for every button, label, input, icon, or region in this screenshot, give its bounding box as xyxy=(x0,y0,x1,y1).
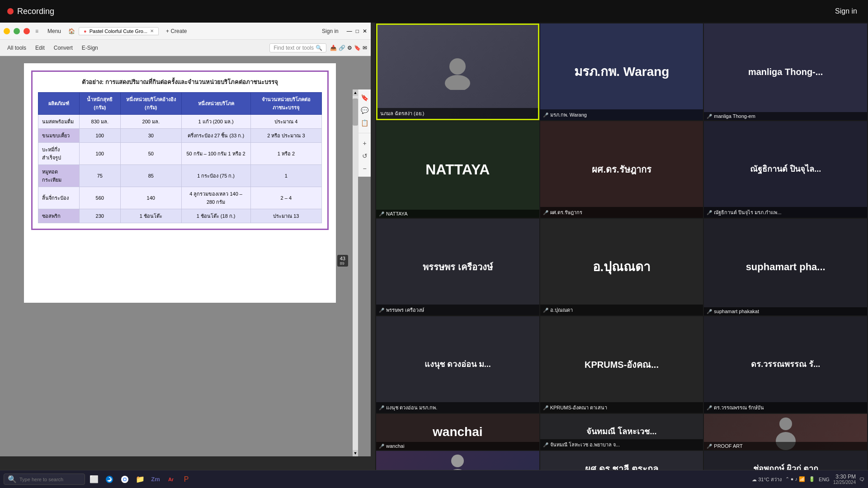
participant-name-bar-phanraporn: 🎤 พรรษพร เครือวงษ์ xyxy=(376,305,539,315)
mic-icon-wanchai: 🎤 xyxy=(379,444,384,449)
language[interactable]: ENG xyxy=(819,477,830,482)
participant-card-wannaphan[interactable]: ดร.วรรณพรรณ รั... 🎤 ดร.วรรณพรรณ รักษ์บัน xyxy=(704,316,867,413)
notification-icon[interactable]: 🗨 xyxy=(859,477,864,482)
participant-name-bar-suphamart: 🎤 suphamart phakakat xyxy=(704,307,867,315)
participant-avatar-wannaphan: ดร.วรรณพรรณ รั... xyxy=(751,360,820,370)
participant-card-wanchai[interactable]: wanchai 🎤 wanchai xyxy=(376,414,539,450)
table-cell: 1 แก้ว (200 มล.) xyxy=(181,115,250,129)
find-text-box[interactable]: Find text or tools 🔍 xyxy=(269,43,326,52)
scroll-up-button[interactable]: ▲ xyxy=(353,89,358,96)
participant-name-wannaphan: ดร.วรรณพรรณ รักษ์บัน xyxy=(714,404,764,412)
page-number: 43 xyxy=(340,256,345,261)
close-button[interactable] xyxy=(24,28,30,34)
clock-time: 3:30 PM xyxy=(833,474,856,480)
participant-avatar-suphamart: suphamart pha... xyxy=(746,261,826,273)
table-cell: 1 xyxy=(250,165,321,187)
participant-name-nganuch: แงนุช ดวงอ่อน มรภ.กพ. xyxy=(386,404,437,412)
scroll-bar[interactable]: ▲ ▼ xyxy=(353,89,358,456)
nutrition-table: ผลิตภัณฑ์น้ำหนักสุทธิ (กรัม)หนึ่งหน่วยบร… xyxy=(38,92,322,223)
participant-card-active[interactable]: นภมล ฉัตรสง่า (อย.) xyxy=(376,23,539,120)
camera-feed xyxy=(377,25,538,119)
table-col-header: หนึ่งหน่วยบริโภคอ้างอิง (กรัม) xyxy=(121,93,181,115)
participant-name-phanraporn: พรรษพร เครือวงษ์ xyxy=(386,306,424,314)
create-button[interactable]: + Create xyxy=(162,27,190,35)
tools-icon[interactable]: ⚙ xyxy=(347,45,352,51)
participant-avatar-nattikan: ณัฐธิกานต์ ปินจุไล... xyxy=(750,164,821,174)
table-cell: ลิ้นจี่กระป๋อง xyxy=(38,187,80,209)
share-icon[interactable]: 🔗 xyxy=(339,45,345,51)
table-cell: ประมาณ 13 xyxy=(250,209,321,223)
minimize-button[interactable] xyxy=(4,28,10,34)
mic-icon-nattaya: 🎤 xyxy=(379,211,384,216)
tab-close-button[interactable]: ✕ xyxy=(150,28,154,33)
participant-name-bar-nattikan: 🎤 ณัฐธิกานต์ ปินจุไร มรภ.กำแพ... xyxy=(704,207,867,218)
participant-name-bar-punanda: 🎤 อ.ปุณณดา xyxy=(540,305,703,315)
svg-point-1 xyxy=(445,75,470,90)
participant-card-warang[interactable]: มรภ.กพ. Warang 🎤 มรภ.กพ. Warang xyxy=(540,23,703,120)
right-tool-5[interactable]: ↺ xyxy=(360,151,369,160)
participant-card-manliga[interactable]: manliga Thong-... 🎤 manliga Thong-em xyxy=(704,23,867,120)
participant-avatar-phanraporn: พรรษพร เครือวงษ์ xyxy=(423,262,493,272)
participant-card-punanda[interactable]: อ.ปุณณดา 🎤 อ.ปุณณดา xyxy=(540,219,703,315)
zoom-out-icon[interactable]: − xyxy=(360,164,369,173)
bookmark-icon[interactable]: 🔖 xyxy=(354,45,361,51)
participant-card-suphamart[interactable]: suphamart pha... 🎤 suphamart phakakat xyxy=(704,219,867,315)
sign-in-pdf-button[interactable]: Sign in xyxy=(317,27,343,36)
convert-button[interactable]: Convert xyxy=(50,44,76,52)
search-input[interactable] xyxy=(19,477,82,482)
right-tool-2[interactable]: 💬 xyxy=(360,106,369,115)
sign-in-top-button[interactable]: Sign in xyxy=(835,7,857,15)
participant-card-jantamanee[interactable]: จันทมณี โลหะเวช... 🎤 จันทมณี โลหะเวช อ.พ… xyxy=(540,414,703,450)
table-cell: 2 หรือ ประมาณ 3 xyxy=(250,129,321,143)
teams-icon[interactable]: Zm xyxy=(149,473,162,486)
recording-indicator: Recording xyxy=(7,7,54,16)
maximize-button[interactable] xyxy=(14,28,20,34)
participant-card-nattikan[interactable]: ณัฐธิกานต์ ปินจุไล... 🎤 ณัฐธิกานต์ ปินจุ… xyxy=(704,121,867,218)
scroll-down-button[interactable]: ▼ xyxy=(353,450,358,456)
taskbar-right: ☁ 31°C สว่าง ⌃ ● ♪ 📶 🔋 ENG 3:30 PM 12/25… xyxy=(752,474,864,485)
table-cell: 30 xyxy=(121,129,181,143)
participant-card-ratsadakorn[interactable]: ผศ.ดร.รัษฎากร 🎤 ผศ.ดร.รัษฎากร xyxy=(540,121,703,218)
pdf-tools-bar: All tools Edit Convert E-Sign Find text … xyxy=(0,40,371,56)
participant-card-phanraporn[interactable]: พรรษพร เครือวงษ์ 🎤 พรรษพร เครือวงษ์ xyxy=(376,219,539,315)
participant-card-nganuch[interactable]: แงนุช ดวงอ่อน ม... 🎤 แงนุช ดวงอ่อน มรภ.ก… xyxy=(376,316,539,413)
table-cell: 230 xyxy=(79,209,121,223)
acrobat-icon[interactable]: Ar xyxy=(165,473,177,486)
scroll-thumb[interactable] xyxy=(353,99,358,126)
participant-name-bar-wanchai: 🎤 wanchai xyxy=(376,442,539,450)
participant-name-bar-nattaya: 🎤 NATTAYA xyxy=(376,210,539,218)
mail-icon[interactable]: ✉ xyxy=(363,45,367,51)
esign-button[interactable]: E-Sign xyxy=(78,44,102,52)
pdf-tab[interactable]: ● Pastel Colorful Cute Gro... ✕ xyxy=(79,27,159,35)
chrome-icon[interactable] xyxy=(118,473,131,486)
participant-card-kprums[interactable]: KPRUMS-อังคณ... 🎤 KPRUMS-อังคณา ตาเสนา xyxy=(540,316,703,413)
table-cell: ขนมขบเคี้ยว xyxy=(38,129,80,143)
participant-name-bar-warang: 🎤 มรภ.กพ. Warang xyxy=(540,109,703,120)
all-tools-button[interactable]: All tools xyxy=(4,44,30,52)
zoom-in-icon[interactable]: + xyxy=(360,139,369,148)
participant-name-punanda: อ.ปุณณดา xyxy=(550,306,573,314)
menu-button[interactable]: Menu xyxy=(44,27,65,35)
right-tool-1[interactable]: 🔖 xyxy=(360,93,369,102)
powerpoint-icon[interactable]: P xyxy=(180,473,193,486)
edge-icon[interactable] xyxy=(103,473,116,486)
taskview-button[interactable]: ⬜ xyxy=(88,473,100,486)
participant-name-warang: มรภ.กพ. Warang xyxy=(550,111,587,119)
right-tool-3[interactable]: 📋 xyxy=(360,118,369,127)
pdf-toolbar: ≡ Menu 🏠 ● Pastel Colorful Cute Gro... ✕… xyxy=(0,23,371,40)
download-icon[interactable]: 📥 xyxy=(330,45,337,51)
table-cell: 50 กรัม – 100 กรัม 1 หรือ 2 xyxy=(181,143,250,165)
participant-avatar-wanchai: wanchai xyxy=(433,424,482,440)
participant-name-bar: นภมล ฉัตรสง่า (อย.) xyxy=(377,108,538,119)
participant-card-proofart[interactable]: 🎤 PROOF ART xyxy=(704,414,867,450)
search-bar[interactable]: 🔍 xyxy=(4,474,85,485)
participant-avatar-kprums: KPRUMS-อังคณ... xyxy=(585,359,659,370)
participant-avatar-manliga: manliga Thong-... xyxy=(748,66,823,77)
svg-point-6 xyxy=(106,476,113,483)
participant-card-nattaya[interactable]: NATTAYA 🎤 NATTAYA xyxy=(376,121,539,218)
pdf-content-area[interactable]: ▲ ▼ 🔖 💬 📋 + ↺ − 43 89 xyxy=(0,56,371,456)
svg-point-4 xyxy=(451,455,464,467)
explorer-icon[interactable]: 📁 xyxy=(134,473,146,486)
edit-button[interactable]: Edit xyxy=(32,44,48,52)
slide-title: ตัวอย่าง: การแสดงปริมาณที่กินต่อครั้งและ… xyxy=(38,77,322,87)
